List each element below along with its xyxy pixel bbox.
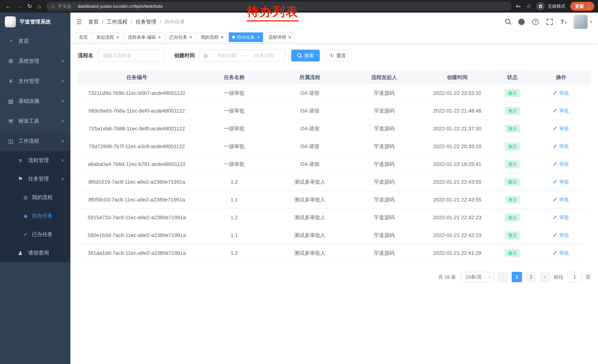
close-icon[interactable]: × — [257, 35, 260, 40]
update-button[interactable]: 更新 ⋮ — [570, 2, 594, 11]
tab[interactable]: 流程详情× — [265, 32, 294, 42]
reset-button[interactable]: ↻ 重置 — [324, 50, 352, 61]
cell-status: 激活 — [493, 89, 532, 97]
approve-link[interactable]: 审批 — [553, 161, 569, 167]
back-icon[interactable]: ← — [5, 4, 11, 9]
breadcrumb-separator: / — [131, 19, 132, 25]
approve-link[interactable]: 审批 — [553, 108, 569, 114]
breadcrumb-item[interactable]: 任务管理 — [136, 18, 156, 25]
approve-label: 审批 — [559, 125, 569, 132]
cell-status: 激活 — [493, 142, 532, 151]
sidebar-item-process-mgmt[interactable]: ≡流程管理∨ — [0, 151, 70, 170]
sidebar-item-gear[interactable]: ⚙系统管理∨ — [0, 51, 70, 71]
cell-action: 审批 — [532, 196, 590, 203]
sidebar-item-label: 系统管理 — [18, 57, 39, 65]
approve-link[interactable]: 审批 — [553, 214, 569, 221]
header-actions: ?TT — [506, 19, 567, 25]
sidebar-item-my-process[interactable]: ◎我的流程 — [0, 188, 70, 207]
approve-link[interactable]: 审批 — [553, 143, 569, 150]
page-button-2[interactable]: 2 — [526, 272, 536, 282]
table-row: 725a1eb6-7b88-11ec-8ef0-acde48001122一级审批… — [78, 120, 590, 138]
approve-link[interactable]: 审批 — [553, 250, 569, 256]
sidebar-item-done-task[interactable]: ✓已办任务 — [0, 225, 70, 244]
sidebar-item-workflow[interactable]: ◫工作流程∧ — [0, 131, 70, 151]
column-header: 流程发起人 — [347, 74, 421, 81]
close-icon[interactable]: × — [288, 35, 291, 40]
sidebar-item-devtools[interactable]: ⚒研发工具∨ — [0, 111, 70, 131]
tab[interactable]: 流程表单-编辑× — [124, 32, 164, 42]
process-mgmt-icon: ≡ — [17, 157, 24, 163]
leave-query-icon: ♟ — [17, 250, 24, 256]
cell-task-id: 069c6a63-7b8a-11ec-8ef0-acde48001122 — [78, 108, 196, 114]
sidebar-item-todo-task[interactable]: ◉待办任务 — [0, 207, 70, 225]
tab[interactable]: 我的流程× — [198, 32, 227, 42]
approve-label: 审批 — [559, 108, 569, 114]
menu-dots-icon[interactable]: ⋮ — [587, 4, 591, 9]
close-icon[interactable]: × — [158, 35, 161, 40]
home-icon[interactable]: ⌂ — [38, 4, 41, 9]
close-icon[interactable]: × — [116, 35, 119, 40]
approve-link[interactable]: 审批 — [553, 196, 569, 203]
cell-starter: 芋道源码 — [347, 125, 421, 132]
breadcrumb-item[interactable]: 首页 — [88, 18, 99, 25]
cell-process: 测试多审批人 — [273, 250, 347, 257]
prev-page-button[interactable]: ‹ — [498, 272, 508, 282]
next-page-button[interactable]: › — [540, 272, 550, 282]
tab[interactable]: 待办任务× — [229, 32, 263, 42]
breadcrumb-item: 待办任务 — [165, 18, 185, 25]
column-header: 操作 — [532, 74, 590, 81]
sidebar-item-infrastructure[interactable]: ▤基础设施∨ — [0, 91, 70, 111]
tab[interactable]: 发起流程× — [93, 32, 123, 42]
fullscreen-icon[interactable] — [547, 19, 553, 25]
cell-task-name: 1.1 — [196, 232, 273, 238]
page-button-1[interactable]: 1 — [512, 272, 522, 282]
sidebar-item-dashboard[interactable]: ◔首页 — [0, 31, 70, 51]
key-icon[interactable] — [515, 3, 521, 9]
table-row: 75d72608-7b7f-11ec-a3c8-acde48001122一级审批… — [78, 138, 590, 155]
search-button[interactable]: 搜索 — [291, 50, 320, 61]
forward-icon[interactable]: → — [16, 4, 22, 9]
chevron-down-icon: ∨ — [61, 79, 64, 83]
table-row: 381aa1dd-7ac8-11ec-a9e2-a2380e71991a1.2测… — [78, 244, 590, 262]
sidebar-item-label: 待办任务 — [32, 212, 53, 219]
cell-create-time: 2022-01-22 20:33:10 — [422, 144, 493, 149]
tab[interactable]: 首页 — [75, 32, 91, 42]
date-range-picker[interactable]: ▦ 开始日期 - 结束日期 — [199, 50, 285, 61]
cell-starter: 芋道源码 — [347, 90, 421, 97]
help-icon[interactable]: ? — [532, 19, 539, 25]
bookmark-star-icon[interactable]: ☆ — [526, 3, 531, 9]
approve-link[interactable]: 审批 — [553, 232, 569, 238]
process-name-input[interactable] — [98, 50, 165, 61]
close-icon[interactable]: × — [221, 35, 224, 40]
approve-link[interactable]: 审批 — [553, 179, 569, 185]
column-header: 创建时间 — [422, 74, 493, 81]
sidebar-item-leave-query[interactable]: ♟请假查询 — [0, 244, 70, 262]
breadcrumb-item[interactable]: 工作流程 — [107, 18, 127, 25]
sidebar-item-task-mgmt[interactable]: ⚑任务管理∧ — [0, 170, 70, 188]
close-icon[interactable]: × — [189, 35, 192, 40]
cell-status: 激活 — [493, 178, 532, 186]
github-icon[interactable] — [518, 19, 525, 25]
sidebar-item-money[interactable]: ¥支付管理∨ — [0, 71, 70, 91]
cell-create-time: 2022-01-22 18:25:41 — [422, 161, 493, 167]
page-size-select[interactable]: 10条/页 ∨ — [461, 272, 494, 282]
approve-link[interactable]: 审批 — [553, 125, 569, 132]
status-badge: 激活 — [505, 249, 520, 257]
cell-action: 审批 — [532, 143, 590, 150]
cell-starter: 芋道源码 — [347, 143, 421, 150]
tab-label: 流程详情 — [268, 34, 286, 40]
edit-icon — [553, 251, 557, 255]
page-buttons: 12 — [512, 272, 536, 282]
collapse-sidebar-icon[interactable]: ☰ — [76, 18, 82, 25]
task-table: 任务编号任务名称所属流程流程发起人创建时间状态操作 73211d9d-7b9b-… — [78, 70, 590, 262]
approve-label: 审批 — [559, 250, 569, 256]
font-size-icon[interactable]: TT — [561, 19, 567, 25]
approve-link[interactable]: 审批 — [553, 90, 569, 96]
avatar[interactable] — [573, 15, 588, 29]
user-menu[interactable]: ▾ — [573, 15, 592, 29]
search-icon[interactable] — [506, 19, 511, 24]
infrastructure-icon: ▤ — [8, 98, 14, 105]
goto-page-input[interactable] — [567, 272, 582, 282]
refresh-icon[interactable]: ↻ — [27, 4, 32, 9]
tab[interactable]: 已办任务× — [166, 32, 195, 42]
